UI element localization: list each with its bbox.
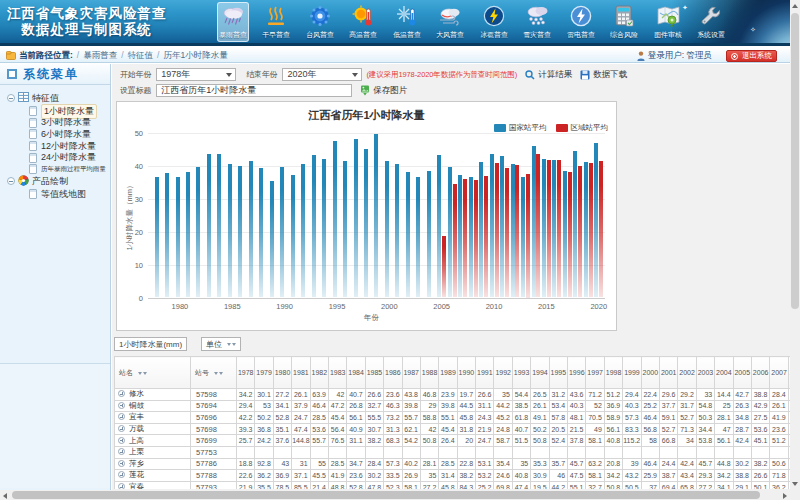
col-header-year[interactable]: 2006 (751, 357, 769, 389)
expand-icon[interactable] (118, 448, 125, 455)
col-header-year[interactable]: 2001 (660, 357, 678, 389)
col-header-year[interactable]: 1997 (586, 357, 604, 389)
col-header-year[interactable]: 2005 (733, 357, 751, 389)
module-lightning[interactable]: 雷电普查 (559, 1, 603, 44)
col-header-year[interactable]: 1987 (402, 357, 420, 389)
end-year-select[interactable]: 2020年 (282, 68, 362, 81)
module-low-temp[interactable]: 低温普查 (385, 1, 429, 44)
col-header-year[interactable]: 2002 (678, 357, 696, 389)
expand-icon[interactable] (118, 425, 125, 432)
bar-国家站平均-1996 (343, 161, 347, 298)
measure-selector[interactable]: 1小时降水量(mm) (114, 337, 187, 351)
station-name-cell[interactable]: 宜丰 (115, 412, 191, 424)
station-name-cell[interactable]: 宜春 (115, 481, 191, 489)
col-header-year[interactable]: 2007 (770, 357, 788, 389)
unit-selector[interactable]: 单位 (201, 337, 241, 351)
col-header-year[interactable]: 1991 (476, 357, 494, 389)
expand-icon[interactable] (118, 471, 125, 478)
scroll-down-arrow-icon[interactable] (792, 482, 798, 486)
horizontal-scrollbar[interactable] (0, 490, 790, 500)
module-rainstorm[interactable]: 暴雨普查 (211, 1, 255, 44)
tree-group[interactable]: 产品绘制 (0, 175, 110, 187)
col-header-year[interactable]: 1993 (512, 357, 530, 389)
tree-item[interactable]: 12小时降水量 (0, 140, 110, 152)
module-snow[interactable]: 雪灾普查 (516, 1, 560, 44)
module-typhoon[interactable]: 台风普查 (298, 1, 342, 44)
station-name-cell[interactable]: 铜鼓 (115, 400, 191, 412)
vertical-scrollbar[interactable] (790, 0, 800, 490)
tree-item[interactable]: 6小时降水量 (0, 129, 110, 141)
scroll-right-arrow-icon[interactable] (783, 493, 787, 499)
expand-icon[interactable] (118, 390, 125, 397)
tree-item[interactable]: 等值线地图 (0, 189, 110, 201)
breadcrumb-item[interactable]: 特征值 (128, 50, 154, 60)
col-header-year[interactable]: 1998 (604, 357, 622, 389)
value-cell: 25.9 (641, 470, 659, 482)
scroll-left-arrow-icon[interactable] (3, 493, 7, 499)
station-name-cell[interactable]: 上高 (115, 435, 191, 447)
module-drought[interactable]: 干旱普查 (255, 1, 299, 44)
col-header-year[interactable]: 1989 (439, 357, 457, 389)
col-header-year[interactable]: 1992 (494, 357, 512, 389)
scroll-up-arrow-icon[interactable] (792, 4, 798, 8)
breadcrumb-item[interactable]: 历年1小时降水量 (163, 50, 227, 60)
collapse-icon[interactable] (7, 94, 15, 102)
col-header-year[interactable]: 1985 (365, 357, 383, 389)
collapse-icon[interactable] (7, 177, 15, 185)
module-map-review[interactable]: 图件审核 (646, 1, 690, 44)
station-name-cell[interactable]: 修水 (115, 389, 191, 401)
station-name-cell[interactable]: 万载 (115, 423, 191, 435)
value-cell (512, 446, 530, 458)
col-header-year[interactable]: 1984 (347, 357, 365, 389)
tree-item[interactable]: 3小时降水量 (0, 117, 110, 129)
col-header-year[interactable]: 1980 (273, 357, 291, 389)
col-header-station-name[interactable]: 站名 (115, 357, 191, 389)
station-name-cell[interactable]: 萍乡 (115, 458, 191, 470)
logged-in-user: 登录用户: 管理员 (648, 50, 712, 62)
col-header-station-id[interactable]: 站号 (191, 357, 237, 389)
module-gale[interactable]: 大风普查 (429, 1, 473, 44)
value-cell: 58 (641, 435, 659, 447)
col-header-year[interactable]: 1982 (310, 357, 328, 389)
col-header-year[interactable]: 1983 (328, 357, 346, 389)
start-year-select[interactable]: 1978年 (156, 68, 236, 81)
col-header-year[interactable]: 2003 (696, 357, 714, 389)
col-header-year[interactable]: 1978 (237, 357, 255, 389)
col-header-year[interactable]: 1986 (384, 357, 402, 389)
module-calculator[interactable]: 综合风险 (603, 1, 647, 44)
expand-icon[interactable] (118, 413, 125, 420)
station-name-cell[interactable]: 莲花 (115, 470, 191, 482)
col-header-year[interactable]: 1995 (549, 357, 567, 389)
value-cell: 39 (623, 458, 641, 470)
breadcrumb-item[interactable]: 暴雨普查 (83, 50, 117, 60)
col-header-year[interactable]: 1994 (531, 357, 549, 389)
bar-国家站平均-2010 (490, 154, 494, 297)
logout-button[interactable]: 退出系统 (726, 50, 777, 62)
tree-item[interactable]: 24小时降水量 (0, 152, 110, 164)
expand-icon[interactable] (118, 402, 125, 409)
chart-title-input[interactable]: 江西省历年1小时降水量 (156, 84, 352, 97)
calculate-button[interactable]: 计算结果 (525, 69, 572, 81)
download-button[interactable]: 数据下载 (580, 69, 627, 81)
col-header-year[interactable]: 2004 (715, 357, 733, 389)
col-header-year[interactable]: 1988 (420, 357, 438, 389)
module-high-temp[interactable]: 高温普查 (342, 1, 386, 44)
col-header-year[interactable]: 1990 (457, 357, 475, 389)
expand-icon[interactable] (118, 460, 125, 467)
tree-item[interactable]: 1小时降水量 (0, 105, 110, 117)
col-header-year[interactable]: 1999 (623, 357, 641, 389)
vertical-scroll-thumb[interactable] (791, 13, 799, 309)
save-image-button[interactable]: 保存图片 (360, 85, 407, 97)
expand-icon[interactable] (118, 437, 125, 444)
col-header-year[interactable]: 1979 (255, 357, 273, 389)
expand-icon[interactable] (118, 483, 125, 489)
module-hail[interactable]: 冰雹普查 (472, 1, 516, 44)
horizontal-scroll-thumb[interactable] (12, 491, 760, 499)
col-header-year[interactable]: 2000 (641, 357, 659, 389)
station-name-cell[interactable]: 上栗 (115, 446, 191, 458)
col-header-year[interactable]: 1996 (568, 357, 586, 389)
tree-item[interactable]: 历年暴雨过程平均雨量 (0, 164, 110, 176)
module-settings[interactable]: 系统设置 (690, 1, 734, 44)
col-header-year[interactable]: 1981 (292, 357, 310, 389)
tree-group[interactable]: 特征值 (0, 92, 110, 104)
